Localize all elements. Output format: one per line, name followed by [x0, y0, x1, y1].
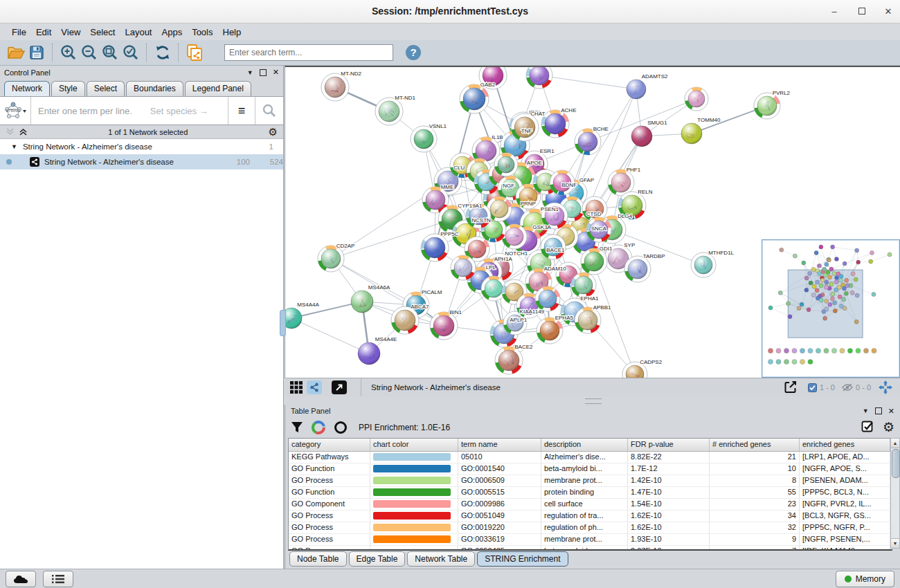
- network-row[interactable]: String Network - Alzheimer's disease 100…: [0, 154, 283, 169]
- column-header-term-name[interactable]: term name: [458, 439, 541, 451]
- splitter-handle[interactable]: [280, 310, 286, 336]
- refresh-button[interactable]: [152, 42, 173, 63]
- string-query-input[interactable]: Enter one term per line.: [31, 106, 132, 116]
- network-node-MS4A4E[interactable]: [358, 342, 380, 365]
- network-node-MTHFD1L[interactable]: [691, 252, 716, 277]
- window-minimize-button[interactable]: –: [824, 0, 845, 23]
- menu-apps[interactable]: Apps: [157, 26, 188, 39]
- network-node-ADAMTS2[interactable]: [627, 80, 646, 99]
- table-row[interactable]: GO FunctionGO:0001540beta-amyloid bi...1…: [289, 463, 892, 475]
- network-node[interactable]: [494, 153, 518, 176]
- window-close-button[interactable]: ✕: [878, 0, 899, 23]
- table-row[interactable]: GO ProcessGO:0019220regulation of ph...1…: [289, 522, 892, 534]
- species-hint[interactable]: Set species →: [150, 106, 228, 116]
- network-node-MT-ND1[interactable]: [375, 98, 403, 125]
- panel-menu-icon[interactable]: ▼: [863, 407, 869, 414]
- birdseye-overview[interactable]: [762, 239, 900, 378]
- scroll-thumb[interactable]: [892, 449, 900, 478]
- column-header-category[interactable]: category: [289, 439, 370, 451]
- network-edge[interactable]: [331, 259, 416, 305]
- ring-chart-icon[interactable]: [334, 421, 348, 434]
- filter-icon[interactable]: [291, 421, 303, 434]
- tab-select[interactable]: Select: [87, 81, 125, 96]
- network-node[interactable]: [535, 286, 560, 311]
- memory-button[interactable]: Memory: [836, 571, 894, 587]
- tab-network[interactable]: Network: [4, 81, 50, 96]
- menu-tools[interactable]: Tools: [187, 26, 217, 39]
- network-node-BCHE[interactable]: [575, 129, 601, 155]
- network-node-MS4A4A[interactable]: [285, 308, 302, 329]
- network-node-BACE2[interactable]: [495, 347, 523, 374]
- open-session-button[interactable]: [6, 42, 26, 63]
- column-header-description[interactable]: description: [541, 439, 628, 451]
- tab-style[interactable]: Style: [51, 81, 85, 96]
- tab-boundaries[interactable]: Boundaries: [126, 81, 183, 96]
- network-node-EPHA5[interactable]: [537, 318, 563, 344]
- column-header--enriched-genes[interactable]: # enriched genes: [710, 439, 800, 451]
- pie-chart-icon[interactable]: [312, 421, 325, 434]
- network-node-CHAT[interactable]: [511, 113, 539, 141]
- collection-expand-icon[interactable]: ▼: [11, 143, 17, 150]
- network-node-PPP5C[interactable]: [421, 234, 449, 261]
- birdseye-toggle-button[interactable]: [332, 380, 347, 394]
- network-node-ACHE[interactable]: [541, 110, 569, 138]
- scroll-up-icon[interactable]: ▲: [891, 439, 899, 448]
- network-node-TARDBP[interactable]: [624, 256, 651, 282]
- zoom-out-button[interactable]: [79, 42, 100, 63]
- network-node-BIN1[interactable]: [430, 312, 458, 340]
- table-scrollbar[interactable]: ▲ ▼: [890, 438, 900, 549]
- string-app-menu[interactable]: STRING: [0, 97, 31, 125]
- table-row[interactable]: GO ComponentGO:0009986cell surface1.54E-…: [289, 499, 892, 511]
- column-header-FDR-p-value[interactable]: FDR p-value: [628, 439, 710, 451]
- network-panel-gear-icon[interactable]: ⚙: [269, 126, 278, 138]
- menu-edit[interactable]: Edit: [31, 26, 56, 39]
- panel-float-icon[interactable]: [260, 69, 267, 76]
- zoom-in-button[interactable]: [58, 42, 79, 63]
- zoom-selected-button[interactable]: [120, 42, 141, 63]
- cloud-tasks-button[interactable]: [6, 571, 36, 587]
- network-node[interactable]: [685, 87, 708, 111]
- menu-file[interactable]: File: [7, 26, 31, 39]
- network-node-APBB1[interactable]: [575, 307, 601, 333]
- table-settings-gear-icon[interactable]: ⚙: [883, 421, 894, 434]
- network-node-GAB2[interactable]: [460, 84, 489, 113]
- table-row[interactable]: GO ProcessGO:0051049regulation of tra...…: [289, 511, 892, 522]
- network-node-VSNL1[interactable]: [411, 126, 437, 152]
- string-view-button[interactable]: [307, 380, 322, 394]
- tab-legend-panel[interactable]: Legend Panel: [185, 81, 251, 96]
- export-network-button[interactable]: [783, 380, 798, 394]
- network-node-SMUG1[interactable]: [631, 126, 652, 147]
- network-node[interactable]: [451, 255, 476, 280]
- column-header-enriched-genes[interactable]: enriched genes: [800, 439, 890, 451]
- save-session-button[interactable]: [26, 42, 47, 63]
- network-node-MS4A6A[interactable]: [351, 291, 373, 313]
- table-row[interactable]: GO ProcessGO:0050435beta-amyloid m...2.0…: [289, 546, 892, 551]
- menu-view[interactable]: View: [56, 26, 85, 39]
- network-edge[interactable]: [291, 318, 369, 353]
- expand-all-icon[interactable]: [19, 127, 28, 136]
- network-node-MT-ND2[interactable]: [321, 73, 349, 101]
- menu-help[interactable]: Help: [218, 26, 246, 39]
- global-search-input[interactable]: [224, 44, 393, 61]
- clone-network-button[interactable]: [184, 42, 205, 63]
- table-row[interactable]: GO ProcessGO:0006509membrane prot...1.42…: [289, 475, 892, 487]
- network-node[interactable]: [582, 196, 607, 221]
- panel-close-icon[interactable]: ✕: [273, 68, 279, 77]
- menu-layout[interactable]: Layout: [120, 26, 156, 39]
- network-node[interactable]: [571, 273, 596, 297]
- network-node-PVRL2[interactable]: [754, 93, 780, 119]
- tab-string-enrichment[interactable]: STRING Enrichment: [477, 551, 568, 567]
- query-search-icon[interactable]: [255, 104, 283, 118]
- tab-edge-table[interactable]: Edge Table: [349, 551, 406, 567]
- network-node-GDI1[interactable]: [581, 248, 607, 275]
- network-node[interactable]: [526, 67, 552, 89]
- network-node-CD2AP[interactable]: [318, 246, 344, 272]
- network-collection-row[interactable]: ▼ String Network - Alzheimer's disease 1: [0, 139, 283, 154]
- column-header-chart-color[interactable]: chart color: [370, 439, 458, 451]
- panel-menu-icon[interactable]: ▼: [247, 69, 253, 76]
- splitter-grip[interactable]: [585, 398, 602, 404]
- table-row[interactable]: GO FunctionGO:0005515protein binding1.47…: [289, 487, 892, 499]
- network-node-TOMM40[interactable]: [681, 123, 702, 144]
- navigate-button[interactable]: [878, 380, 893, 394]
- panel-close-icon[interactable]: ✕: [888, 407, 894, 416]
